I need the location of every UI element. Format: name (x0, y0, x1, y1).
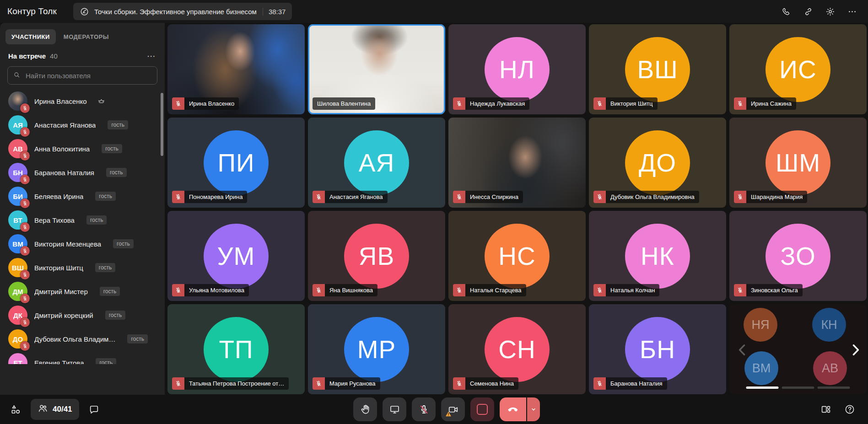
participant-name: Евгения Титова (34, 359, 84, 365)
video-tile[interactable]: ИСИрина Сажина (729, 24, 867, 114)
video-tile[interactable]: БНБаранова Наталия (589, 304, 726, 394)
phone-down-icon[interactable] (500, 397, 526, 421)
panel-tabs: УЧАСТНИКИ МОДЕРАТОРЫ (0, 23, 165, 44)
mic-off-icon (734, 191, 746, 203)
video-tile[interactable]: ВШВиктория Шитц (589, 24, 726, 114)
tile-name: Наталья Старцева (465, 284, 526, 296)
participant-name: Анна Волокитина (34, 145, 90, 153)
participants-count: 40 (50, 52, 58, 60)
search-box (7, 66, 157, 85)
tile-name: Анастасия Яганова (325, 191, 388, 203)
tab-moderators[interactable]: МОДЕРАТОРЫ (58, 29, 115, 44)
camera-button[interactable] (441, 397, 465, 421)
mic-muted-icon (418, 404, 430, 415)
tile-name: Ирина Сажина (746, 97, 796, 110)
tile-avatar: НК (625, 224, 690, 289)
tile-name-label: Инесса Спиркина (453, 191, 523, 203)
video-tile[interactable]: НСНаталья Старцева (448, 211, 586, 301)
share-screen-button[interactable] (383, 397, 406, 421)
meeting-section-header: На встрече 40 ⋯ (0, 44, 165, 60)
help-icon[interactable] (844, 404, 855, 415)
video-tile[interactable]: ДОДубовик Ольга Владимировна (589, 118, 726, 208)
participant-row[interactable]: АВАнна Волокитинагость (0, 137, 165, 161)
bottombar-left: 40/41 (10, 399, 100, 420)
participant-row[interactable]: Ирина Власенко (0, 89, 165, 113)
guest-badge: гость (100, 287, 120, 296)
participant-row[interactable]: АЯАнастасия Ягановагость (0, 113, 165, 137)
prev-page-icon[interactable] (735, 342, 750, 357)
scrollbar-thumb[interactable] (161, 93, 163, 156)
meeting-info-pill[interactable]: Точки сборки. Эффективное управление биз… (73, 3, 292, 20)
tile-name-label: Шилова Валентина (313, 97, 375, 110)
video-tile[interactable]: ТПТатьяна Петрова Построение от… (167, 304, 305, 394)
participant-row[interactable]: ЕТЕвгения Титовагость (0, 351, 165, 364)
link-icon[interactable] (803, 7, 813, 16)
record-button[interactable] (470, 397, 494, 421)
participant-row[interactable]: ВМВиктория Мезенцевагость (0, 232, 165, 256)
participant-row[interactable]: ДМДмитрий Мистергость (0, 279, 165, 303)
guest-badge: гость (95, 192, 116, 201)
participant-row[interactable]: ВШВиктория Шитцгость (0, 256, 165, 279)
video-tile[interactable]: ЯВЯна Вишнякова (308, 211, 445, 301)
video-tile[interactable]: Шилова Валентина (308, 24, 445, 114)
video-grid: Ирина ВласенкоШилова ВалентинаНЛНадежда … (167, 24, 867, 394)
participant-row[interactable]: БНБаранова Наталиягость (0, 161, 165, 184)
search-input[interactable] (25, 71, 152, 80)
participant-name: Вера Тихова (34, 216, 75, 224)
video-tile[interactable]: УМУльяна Мотовилова (167, 211, 305, 301)
mic-off-icon (593, 97, 606, 110)
more-icon[interactable] (847, 7, 857, 16)
mic-off-icon (20, 317, 30, 327)
participants-panel: УЧАСТНИКИ МОДЕРАТОРЫ На встрече 40 ⋯ Ири… (0, 23, 165, 395)
video-tile[interactable]: СНСеменова Нина (448, 304, 586, 394)
participant-avatar: ВМ (8, 234, 27, 253)
grid-overflow-tile[interactable]: НЯКНВМАВ (729, 304, 867, 394)
tile-name-label: Баранова Наталия (593, 377, 667, 390)
phone-icon[interactable] (782, 7, 791, 16)
participant-avatar: ДК (8, 306, 27, 325)
participant-row[interactable]: БИБеляева Иринагость (0, 184, 165, 208)
ellipsis-icon[interactable]: ⋯ (147, 54, 156, 59)
leave-call-button[interactable] (500, 397, 540, 421)
top-bar: Контур Толк Точки сборки. Эффективное уп… (0, 0, 868, 23)
pagination-segment[interactable] (782, 386, 814, 389)
tile-name-label: Ирина Сажина (734, 97, 796, 110)
mic-off-icon (20, 127, 30, 137)
settings-icon[interactable] (825, 7, 835, 16)
video-tile[interactable]: АЯАнастасия Яганова (308, 118, 445, 208)
video-tile[interactable]: НКНаталья Колчан (589, 211, 726, 301)
rooms-icon[interactable] (10, 404, 22, 415)
participant-row[interactable]: ДОДубовик Ольга Владим…гость (0, 327, 165, 351)
microphone-button[interactable] (412, 397, 436, 421)
layout-icon[interactable] (820, 404, 831, 415)
participant-name: Анастасия Яганова (34, 121, 96, 129)
tile-name: Наталья Колчан (606, 284, 659, 296)
chevron-down-icon[interactable] (527, 397, 540, 421)
video-tile[interactable]: Инесса Спиркина (448, 118, 586, 208)
video-tile[interactable]: ШМШарандина Мария (729, 118, 867, 208)
meeting-title: Точки сборки. Эффективное управление биз… (94, 8, 257, 16)
video-tile[interactable]: НЛНадежда Лукавская (448, 24, 586, 114)
bottom-bar: 40/41 (0, 395, 868, 424)
video-tile[interactable]: ЗОЗиновская Ольга (729, 211, 867, 301)
chat-icon[interactable] (88, 404, 100, 415)
video-tile[interactable]: ПИПономарева Ирина (167, 118, 305, 208)
tile-name-label: Дубовик Ольга Владимировна (593, 191, 699, 203)
warning-icon (445, 411, 452, 417)
mic-off-icon (172, 284, 184, 296)
mic-off-icon (172, 191, 184, 203)
participant-row[interactable]: ВТВера Тиховагость (0, 208, 165, 232)
guest-badge: гость (127, 334, 148, 343)
pagination-segment[interactable] (746, 386, 779, 389)
tile-name: Зиновская Ольга (746, 284, 803, 296)
video-tile[interactable]: Ирина Власенко (167, 24, 305, 114)
next-page-icon[interactable] (847, 342, 863, 357)
video-tile[interactable]: МРМария Русанова (308, 304, 445, 394)
tab-participants[interactable]: УЧАСТНИКИ (5, 29, 56, 44)
tile-name: Инесса Спиркина (465, 191, 523, 203)
raise-hand-button[interactable] (353, 397, 377, 421)
pagination-segment[interactable] (818, 386, 850, 389)
participants-counter-button[interactable]: 40/41 (31, 399, 79, 420)
participant-avatar: БИ (8, 187, 27, 206)
participant-row[interactable]: ДКДмитрий корецкийгость (0, 303, 165, 327)
